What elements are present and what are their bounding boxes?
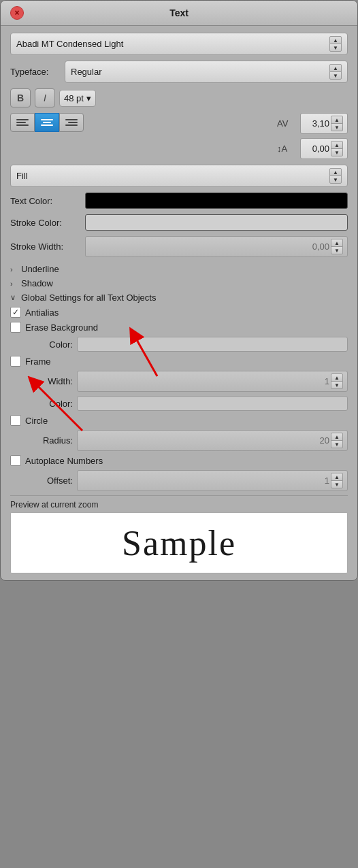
typeface-spinner: ▲ ▼ [329,64,342,80]
kerning-value: 3,10 [305,118,329,129]
frame-width-row: Width: 1 ▲ ▼ [25,371,348,392]
frame-color-label: Color: [25,399,73,409]
align-spacing-container: AV 3,10 ▲ ▼ ↕A 0,00 ▲ [10,113,348,159]
close-button[interactable]: × [10,6,24,20]
circle-row: Circle [10,415,348,426]
erase-bg-checkbox[interactable] [10,322,21,333]
kerning-value-container: 3,10 ▲ ▼ [300,113,348,134]
line2 [68,122,78,123]
stroke-color-swatch[interactable] [85,214,348,231]
typeface-spinner-down[interactable]: ▼ [329,71,342,80]
leading-spinner: ▲ ▼ [331,141,343,156]
frame-color-row: Color: [25,396,348,411]
align-left-button[interactable] [10,113,35,132]
line3 [41,124,53,126]
bold-button[interactable]: B [10,88,31,107]
frame-row: Frame [10,356,348,367]
offset-spinner-down[interactable]: ▼ [331,480,343,488]
text-color-row: Text Color: [10,193,348,209]
offset-container: 1 ▲ ▼ [77,470,348,491]
typeface-label: Typeface: [10,67,65,77]
fill-row: Fill ▲ ▼ [10,165,348,187]
line1 [16,119,29,120]
line3 [16,124,29,126]
frame-checkbox[interactable] [10,356,21,367]
text-dialog: × Text Abadi MT Condensed Light ▲ ▼ Type… [0,0,358,581]
fill-spinner: ▲ ▼ [329,168,342,184]
font-spinner-down[interactable]: ▼ [329,44,342,52]
circle-radius-row: Radius: 20 ▲ ▼ [25,430,348,451]
line1 [41,119,53,120]
stroke-spinner: ▲ ▼ [331,239,343,254]
line2 [43,122,51,123]
line1 [65,119,78,120]
offset-value: 1 [82,475,329,486]
antialias-label: Antialias [25,307,59,318]
size-arrow-icon: ▾ [86,93,91,103]
kerning-spinner-down[interactable]: ▼ [331,123,343,131]
align-spacing-left [10,113,84,137]
autoplace-row: Autoplace Numbers [10,455,348,466]
align-left-icon [16,119,29,126]
circle-checkbox[interactable] [10,415,21,426]
fill-value: Fill [16,171,28,181]
typeface-dropdown[interactable]: Regular ▲ ▼ [65,61,348,83]
preview-label: Preview at current zoom [10,500,348,510]
erase-bg-row: Erase Background [10,322,348,333]
stroke-width-row: Stroke Width: 0,00 ▲ ▼ [10,236,348,257]
kerning-row: AV 3,10 ▲ ▼ [95,113,348,134]
kerning-icon: AV [277,118,293,129]
autoplace-checkbox[interactable] [10,455,21,466]
underline-section[interactable]: › Underline [10,264,348,274]
dialog-title: Text [169,7,189,18]
erase-bg-label: Erase Background [25,322,98,333]
stroke-width-value: 0,00 [90,241,329,252]
frame-width-spinner-down[interactable]: ▼ [331,381,343,389]
frame-width-container: 1 ▲ ▼ [77,371,348,392]
circle-label: Circle [25,416,48,426]
leading-value-container: 0,00 ▲ ▼ [300,138,348,159]
fill-dropdown[interactable]: Fill ▲ ▼ [10,165,348,187]
erase-color-swatch[interactable] [77,337,348,352]
text-style-row: B I 48 pt ▾ [10,88,348,107]
fill-spinner-down[interactable]: ▼ [329,176,342,184]
leading-row: ↕A 0,00 ▲ ▼ [95,138,348,159]
radius-spinner: ▲ ▼ [331,433,343,448]
text-color-swatch[interactable] [85,193,348,209]
antialias-checkbox[interactable] [10,307,21,318]
line2 [16,122,26,123]
text-color-label: Text Color: [10,196,85,206]
align-right-button[interactable] [59,113,84,132]
global-settings-section[interactable]: ∨ Global Settings for all Text Objects [10,293,348,303]
radius-value: 20 [82,435,329,446]
alignment-row [10,113,84,132]
shadow-label: Shadow [21,278,53,288]
leading-value: 0,00 [305,144,329,154]
global-arrow-icon: ∨ [10,293,21,302]
shadow-section[interactable]: › Shadow [10,278,348,288]
typeface-value: Regular [71,67,102,77]
stroke-spinner-down[interactable]: ▼ [331,246,343,254]
align-center-button[interactable] [35,113,59,132]
erase-bg-color-row: Color: [25,337,348,352]
panel-body: Abadi MT Condensed Light ▲ ▼ Typeface: R… [1,26,357,580]
radius-spinner-down[interactable]: ▼ [331,440,343,448]
frame-color-swatch[interactable] [77,396,348,411]
align-center-icon [41,119,53,126]
radius-label: Radius: [25,435,73,446]
stroke-width-label: Stroke Width: [10,241,85,252]
font-family-value: Abadi MT Condensed Light [16,39,123,49]
leading-spinner-down[interactable]: ▼ [331,148,343,156]
underline-label: Underline [21,264,59,274]
kerning-spinner: ▲ ▼ [331,116,343,131]
font-size-value: 48 pt [64,93,84,103]
offset-spinner: ▲ ▼ [331,473,343,488]
font-family-dropdown[interactable]: Abadi MT Condensed Light ▲ ▼ [10,33,348,55]
stroke-color-row: Stroke Color: [10,214,348,231]
typeface-row: Typeface: Regular ▲ ▼ [10,61,348,83]
font-size-select[interactable]: 48 pt ▾ [59,90,96,107]
divider [10,495,348,496]
spacing-container: AV 3,10 ▲ ▼ ↕A 0,00 ▲ [95,113,348,159]
italic-button[interactable]: I [35,88,55,107]
frame-width-value: 1 [82,376,329,386]
